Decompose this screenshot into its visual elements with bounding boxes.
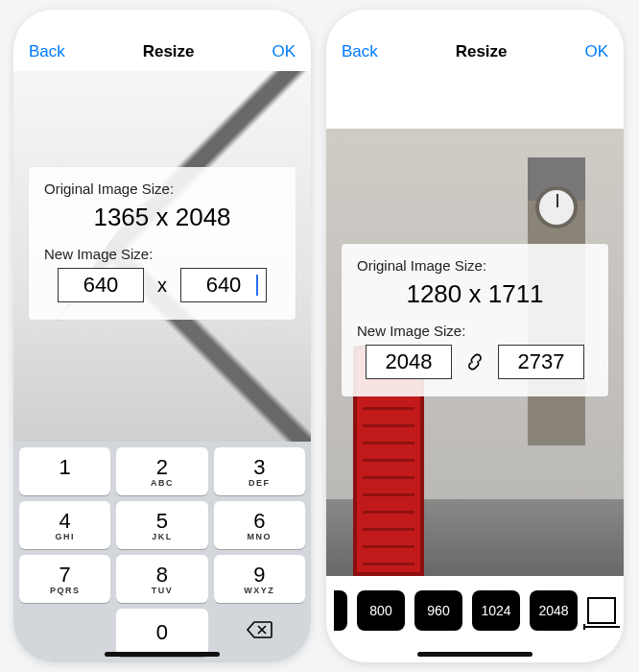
nav-title: Resize [456,42,508,61]
preset-partial[interactable] [334,590,347,631]
phone-right: Back Resize OK Original Image Size: 1280… [326,10,624,662]
dimension-separator: x [157,275,167,297]
width-input[interactable]: 640 [58,268,144,302]
home-indicator[interactable] [105,652,220,657]
original-size-value: 1365 x 2048 [44,203,280,232]
height-input[interactable]: 2737 [498,345,584,379]
phone-left: Back Resize OK Original Image Size: 1365… [13,10,311,662]
image-canvas: Original Image Size: 1280 x 1711 New Ima… [326,71,624,662]
new-size-row: 640 x 640 [44,268,280,302]
key-2[interactable]: 2ABC [116,447,207,495]
size-preset-bar: 800 960 1024 2048 [326,584,624,637]
key-backspace[interactable] [214,609,305,657]
width-input[interactable]: 2048 [366,345,452,379]
status-bar [326,10,624,33]
numeric-keypad: 1 2ABC 3DEF 4GHI 5JKL 6MNO 7PQRS 8TUV 9W… [13,442,311,662]
nav-bar: Back Resize OK [326,33,624,71]
preset-800[interactable]: 800 [357,590,405,631]
aspect-lock-icon[interactable] [465,352,485,372]
key-9[interactable]: 9WXYZ [214,555,305,603]
resize-info-card: Original Image Size: 1280 x 1711 New Ima… [342,244,608,396]
key-5[interactable]: 5JKL [116,501,207,549]
preset-1024[interactable]: 1024 [472,590,520,631]
home-indicator[interactable] [417,652,532,657]
original-size-label: Original Image Size: [44,180,280,197]
key-7[interactable]: 7PQRS [19,555,110,603]
preset-2048[interactable]: 2048 [530,590,578,631]
key-0[interactable]: 0 [116,609,207,657]
resize-info-card: Original Image Size: 1365 x 2048 New Ima… [29,167,296,320]
new-size-label: New Image Size: [44,246,280,262]
image-canvas: Original Image Size: 1365 x 2048 New Ima… [13,71,311,442]
back-button[interactable]: Back [29,42,65,61]
ok-button[interactable]: OK [272,42,296,61]
key-6[interactable]: 6MNO [214,501,305,549]
original-size-value: 1280 x 1711 [357,279,593,309]
backspace-icon [246,620,272,645]
original-size-label: Original Image Size: [357,257,593,274]
key-3[interactable]: 3DEF [214,447,305,495]
key-4[interactable]: 4GHI [19,501,110,549]
key-8[interactable]: 8TUV [116,555,207,603]
nav-bar: Back Resize OK [13,33,311,71]
aspect-ratio-icon[interactable] [587,597,616,624]
preset-960[interactable]: 960 [414,590,462,631]
ok-button[interactable]: OK [584,42,608,61]
new-size-row: 2048 2737 [357,345,593,379]
new-size-label: New Image Size: [357,323,593,339]
status-bar [13,10,311,33]
key-blank [19,609,110,657]
nav-title: Resize [143,42,195,61]
height-input[interactable]: 640 [180,268,267,302]
back-button[interactable]: Back [342,42,378,61]
key-1[interactable]: 1 [19,447,110,495]
